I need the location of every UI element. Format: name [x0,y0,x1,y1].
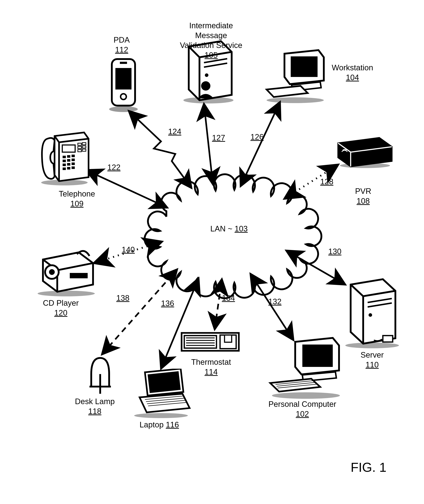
edge-130-label: 130 [328,247,341,256]
svg-point-0 [109,106,138,112]
pvr-label: PVR108 [349,186,377,206]
svg-rect-61 [78,150,81,152]
pda-label: PDA112 [107,35,136,55]
svg-point-8 [205,73,208,77]
desklamp-icon [82,353,118,396]
svg-rect-59 [78,146,81,149]
svg-rect-52 [67,163,70,165]
workstation-label: Workstation104 [327,63,377,82]
svg-point-40 [37,291,95,296]
edge-136-label: 136 [161,299,174,308]
svg-rect-4 [120,62,127,64]
server-icon [342,274,403,349]
svg-rect-51 [63,164,66,166]
thermostat-icon [180,328,241,356]
server-label: Server110 [354,350,390,370]
edge-134-label: 134 [222,294,235,302]
svg-rect-17 [383,336,393,342]
svg-rect-45 [63,156,66,158]
svg-point-10 [267,97,324,103]
svg-rect-53 [72,163,75,165]
edge-127 [204,104,213,184]
pc-label: Personal Computer102 [265,399,340,419]
desklamp-label: Desk Lamp118 [72,397,118,416]
cdplayer-label: CD Player120 [39,298,82,318]
pvr-icon [335,132,393,168]
svg-rect-43 [70,273,88,278]
edge-122-label: 122 [107,163,120,172]
workstation-icon [259,47,327,104]
svg-rect-50 [72,158,75,161]
svg-point-16 [368,313,372,317]
svg-rect-46 [67,155,70,158]
svg-rect-2 [115,68,131,89]
svg-rect-62 [82,149,86,151]
svg-rect-48 [63,160,66,162]
svg-rect-30 [224,335,232,342]
svg-point-13 [345,343,399,348]
edge-132-label: 132 [268,297,281,306]
svg-rect-55 [67,167,70,170]
svg-rect-11 [291,56,318,77]
imvs-label: Intermediate Message Validation Service1… [174,11,249,60]
svg-point-18 [272,392,340,399]
svg-rect-47 [72,155,75,157]
laptop-icon [129,369,193,419]
svg-rect-57 [78,143,81,145]
laptop-label: Laptop 116 [132,420,186,429]
pc-icon [265,335,343,399]
edge-140-label: 140 [122,245,135,254]
svg-rect-58 [82,143,86,145]
figure-label: FIG. 1 [351,460,387,475]
svg-point-9 [201,81,210,91]
svg-point-42 [49,269,55,275]
thermostat-label: Thermostat114 [188,357,234,377]
svg-rect-60 [82,146,86,148]
cloud-lan [144,174,321,298]
svg-point-31 [134,413,188,418]
cdplayer-icon [32,240,100,297]
svg-rect-49 [67,159,70,162]
center-label: LAN ~ 103 [200,224,258,233]
edge-138 [102,269,177,354]
edge-124 [129,111,191,188]
svg-rect-19 [302,345,333,367]
edge-128-label: 128 [320,177,333,186]
telephone-label: Telephone109 [54,189,100,208]
svg-rect-56 [72,166,75,169]
svg-rect-54 [63,168,66,170]
edge-126 [241,102,280,186]
edge-127-label: 127 [212,133,225,142]
edge-138-label: 138 [116,294,129,302]
svg-rect-63 [62,145,75,152]
pda-icon [104,56,143,113]
edge-124-label: 124 [168,127,181,136]
telephone-icon [37,129,91,186]
edge-126-label: 126 [250,132,263,141]
